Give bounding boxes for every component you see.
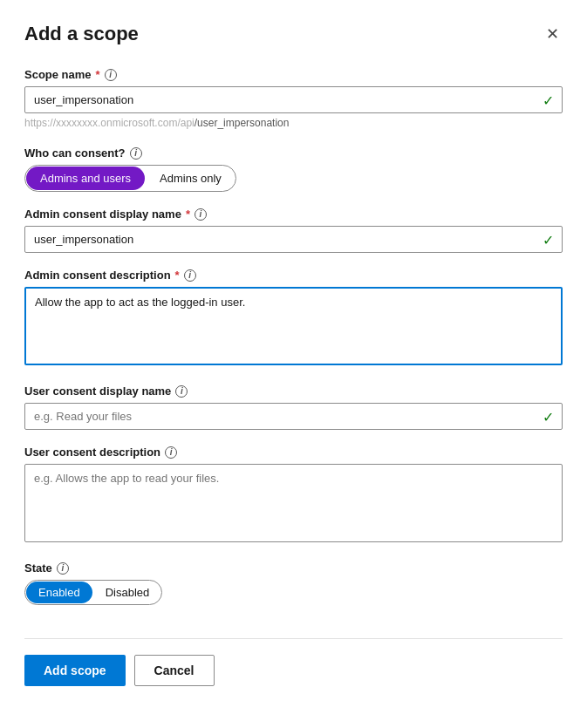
url-suffix: /user_impersonation bbox=[195, 117, 290, 129]
scope-name-section: Scope name * i ✓ https://​xxxxxxxx​.onmi… bbox=[24, 68, 563, 131]
admin-consent-display-name-input-wrapper: ✓ bbox=[24, 226, 563, 253]
admin-consent-display-name-info-icon[interactable]: i bbox=[195, 208, 207, 221]
footer-divider bbox=[24, 638, 563, 639]
scope-url-display: https://​xxxxxxxx​.onmicrosoft.com/​api/… bbox=[24, 117, 563, 129]
admin-consent-display-check-icon: ✓ bbox=[543, 231, 554, 248]
add-scope-button[interactable]: Add scope bbox=[24, 655, 126, 686]
dialog-header: Add a scope ✕ bbox=[24, 21, 563, 47]
cancel-button[interactable]: Cancel bbox=[134, 655, 215, 686]
admin-consent-description-info-icon[interactable]: i bbox=[184, 269, 196, 282]
state-option-enabled[interactable]: Enabled bbox=[26, 582, 92, 603]
user-consent-display-name-section: User consent display name i ✓ bbox=[24, 384, 563, 430]
consent-option-admins-users[interactable]: Admins and users bbox=[26, 167, 145, 190]
url-prefix: https://​xxxxxxxx​.onmicrosoft.com/​api bbox=[24, 117, 195, 129]
scope-name-label: Scope name * i bbox=[24, 68, 563, 81]
user-consent-description-section: User consent description i bbox=[24, 446, 563, 546]
state-info-icon[interactable]: i bbox=[57, 562, 69, 575]
user-consent-display-check-icon: ✓ bbox=[543, 408, 554, 425]
user-consent-description-info-icon[interactable]: i bbox=[165, 446, 177, 459]
state-label: State i bbox=[24, 561, 563, 575]
scope-name-input[interactable] bbox=[24, 86, 563, 113]
who-can-consent-label: Who can consent? i bbox=[24, 146, 563, 160]
footer-buttons: Add scope Cancel bbox=[24, 655, 563, 707]
required-indicator: * bbox=[96, 68, 100, 81]
state-toggle: Enabled Disabled bbox=[24, 580, 162, 605]
required-indicator-2: * bbox=[186, 208, 190, 221]
admin-consent-display-name-label: Admin consent display name * i bbox=[24, 208, 563, 221]
scope-name-check-icon: ✓ bbox=[543, 92, 554, 108]
user-consent-display-name-info-icon[interactable]: i bbox=[175, 385, 188, 398]
scope-name-info-icon[interactable]: i bbox=[105, 69, 117, 81]
add-scope-dialog: Add a scope ✕ Scope name * i ✓ https://​… bbox=[0, 0, 587, 728]
user-consent-display-name-label: User consent display name i bbox=[24, 384, 563, 398]
admin-consent-display-name-section: Admin consent display name * i ✓ bbox=[24, 208, 563, 253]
admin-consent-display-name-input[interactable] bbox=[24, 226, 563, 253]
consent-option-admins-only[interactable]: Admins only bbox=[146, 167, 235, 190]
state-option-disabled[interactable]: Disabled bbox=[93, 582, 162, 603]
user-consent-description-label: User consent description i bbox=[24, 446, 563, 459]
user-consent-description-input[interactable] bbox=[24, 464, 563, 542]
state-section: State i Enabled Disabled bbox=[24, 561, 563, 605]
admin-consent-description-input[interactable]: Allow the app to act as the logged-in us… bbox=[24, 287, 563, 365]
admin-consent-description-label: Admin consent description * i bbox=[24, 269, 563, 282]
consent-toggle: Admins and users Admins only bbox=[24, 165, 236, 192]
user-consent-display-name-input[interactable] bbox=[24, 403, 563, 430]
dialog-title: Add a scope bbox=[24, 23, 139, 45]
user-consent-display-name-input-wrapper: ✓ bbox=[24, 403, 563, 430]
required-indicator-3: * bbox=[175, 269, 180, 282]
close-button[interactable]: ✕ bbox=[543, 21, 563, 47]
scope-name-input-wrapper: ✓ bbox=[24, 86, 563, 113]
who-can-consent-section: Who can consent? i Admins and users Admi… bbox=[24, 146, 563, 192]
admin-consent-description-section: Admin consent description * i Allow the … bbox=[24, 269, 563, 369]
who-can-consent-info-icon[interactable]: i bbox=[130, 147, 142, 160]
